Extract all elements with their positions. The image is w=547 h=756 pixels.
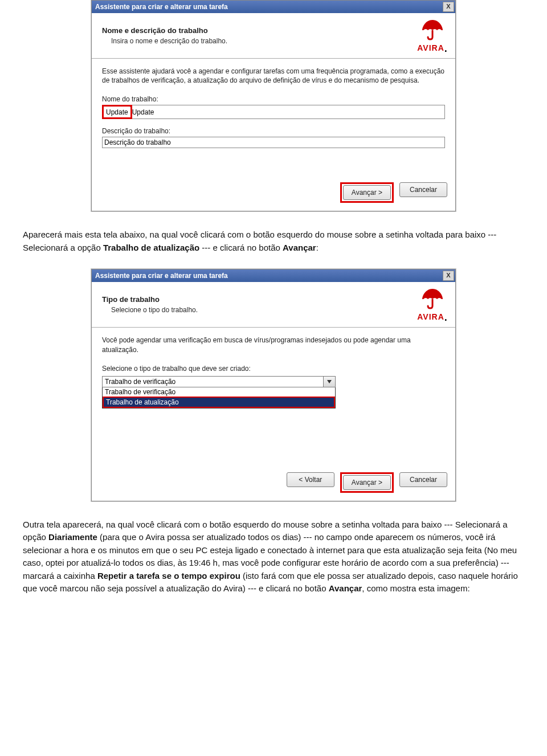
advance-highlight: Avançar > (340, 472, 394, 493)
avira-logo: AVIRA. (417, 287, 448, 322)
brand-text: AVIRA (417, 43, 444, 52)
job-description-input[interactable] (102, 137, 445, 148)
close-icon[interactable]: X (443, 2, 454, 12)
avira-logo: AVIRA. (417, 18, 448, 54)
dialog-job-type: Assistente para criar e alterar uma tare… (91, 269, 456, 501)
brand-text: AVIRA (417, 312, 444, 321)
instruction-paragraph-2: Outra tela aparecerá, na qual você clica… (23, 518, 524, 595)
header-band: Tipo de trabalho Selecione o tipo do tra… (92, 282, 455, 328)
titlebar[interactable]: Assistente para criar e alterar uma tare… (92, 269, 455, 282)
advance-button[interactable]: Avançar > (343, 475, 391, 490)
titlebar-text: Assistente para criar e alterar uma tare… (95, 272, 443, 280)
dialog-name-description: Assistente para criar e alterar uma tare… (91, 0, 456, 211)
intro-text: Esse assistente ajudará você a agendar e… (102, 67, 445, 85)
combo-value[interactable]: Trabalho de verificação (102, 376, 323, 387)
combo-dropdown: Trabalho de verificação Trabalho de atua… (102, 387, 336, 408)
select-label: Selecione o tipo de trabalho que deve se… (102, 365, 445, 373)
chevron-down-icon[interactable] (323, 376, 336, 387)
advance-button[interactable]: Avançar > (343, 185, 391, 200)
titlebar-text: Assistente para criar e alterar uma tare… (95, 3, 443, 11)
step-subtitle: Selecione o tipo do trabalho. (111, 306, 417, 314)
name-value-highlight: Update (104, 107, 130, 117)
combo-option-update[interactable]: Trabalho de atualização (103, 397, 335, 408)
umbrella-icon (420, 287, 445, 309)
job-type-combo[interactable]: Trabalho de verificação Trabalho de veri… (102, 376, 336, 408)
instruction-paragraph-1: Aparecerá mais esta tela abaixo, na qual… (23, 228, 524, 254)
titlebar[interactable]: Assistente para criar e alterar uma tare… (92, 1, 455, 13)
cancel-button[interactable]: Cancelar (399, 182, 447, 197)
advance-highlight: Avançar > (340, 182, 394, 203)
step-subtitle: Insira o nome e descrição do trabalho. (111, 37, 417, 45)
combo-option-verification[interactable]: Trabalho de verificação (103, 387, 335, 397)
back-button[interactable]: < Voltar (287, 472, 334, 487)
intro-text: Você pode agendar uma verificação em bus… (102, 336, 445, 354)
job-name-input[interactable] (130, 105, 445, 119)
close-icon[interactable]: X (443, 271, 454, 281)
desc-label: Descrição do trabalho: (102, 127, 445, 135)
step-title: Tipo de trabalho (102, 295, 417, 304)
cancel-button[interactable]: Cancelar (399, 472, 447, 487)
umbrella-icon (420, 18, 445, 40)
name-label: Nome do trabalho: (102, 95, 445, 103)
header-band: Nome e descrição do trabalho Insira o no… (92, 13, 455, 59)
step-title: Nome e descrição do trabalho (102, 26, 417, 35)
